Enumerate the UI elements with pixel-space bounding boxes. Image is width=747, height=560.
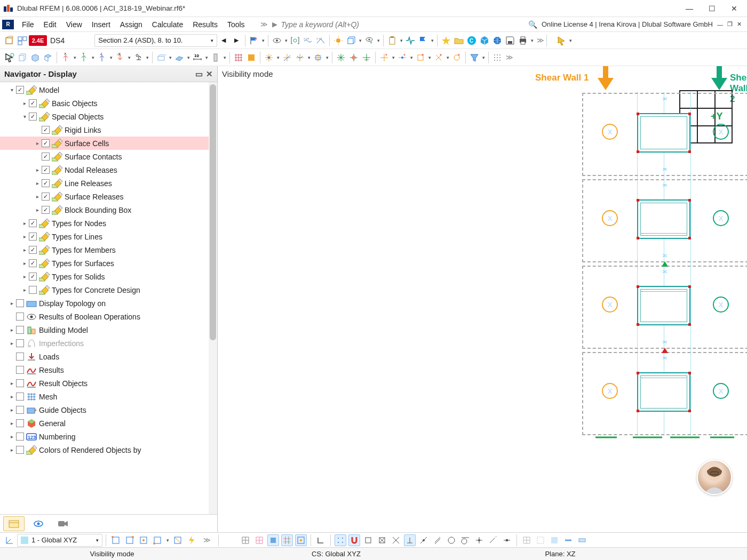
eye-dash-icon[interactable] xyxy=(271,35,283,46)
cs-combo[interactable]: 1 - Global XYZ ▾ xyxy=(17,534,102,547)
magnet-icon[interactable] xyxy=(348,534,360,546)
toolbar2-overflow-icon[interactable]: ≫ xyxy=(506,53,513,61)
star-x1-icon[interactable]: × xyxy=(378,52,390,63)
star-burst2-icon[interactable] xyxy=(281,52,293,63)
mdi-minimize-icon[interactable]: — xyxy=(717,21,723,28)
mesh-grid-icon[interactable] xyxy=(233,52,244,63)
toolbar1-overflow-icon[interactable]: ≫ xyxy=(537,36,544,44)
cs-axes-icon[interactable] xyxy=(4,534,15,546)
star-burst4-icon[interactable] xyxy=(312,52,324,63)
tree-node[interactable]: Results of Boolean Operations xyxy=(0,310,217,323)
eye-plus-icon[interactable]: + xyxy=(363,35,375,46)
tree-node[interactable]: ▸123Numbering xyxy=(0,430,217,443)
tree-checkbox[interactable] xyxy=(29,99,37,107)
snap-tan-icon[interactable] xyxy=(459,534,471,546)
mdi-restore-icon[interactable]: ❐ xyxy=(727,21,733,28)
navigator-close-icon[interactable]: ✕ xyxy=(206,69,213,79)
tree-node[interactable]: ▸Types for Nodes xyxy=(0,217,217,230)
grid-dots-icon[interactable] xyxy=(491,52,503,63)
snap-cube1-icon[interactable] xyxy=(110,534,122,546)
clipboard-icon[interactable] xyxy=(386,35,398,46)
snap-rect-icon[interactable] xyxy=(362,534,374,546)
section-combo[interactable]: Section 2.4 (ASD), 8. to 10. ▾ xyxy=(94,34,217,47)
tree-node[interactable]: ▸Result Objects xyxy=(0,377,217,390)
tree-node[interactable]: Results xyxy=(0,363,217,377)
tree-checkbox[interactable] xyxy=(16,406,24,414)
c-blue-circle-icon[interactable]: C xyxy=(466,35,478,46)
star-yellow-icon[interactable] xyxy=(440,35,452,46)
funnel-icon[interactable] xyxy=(468,52,480,63)
bolt-icon[interactable] xyxy=(186,534,197,546)
navigator-tab-video[interactable] xyxy=(52,516,74,531)
grid-c-icon[interactable] xyxy=(267,534,279,546)
snap-grid-icon[interactable] xyxy=(335,534,346,546)
box-blue-icon[interactable] xyxy=(479,35,490,46)
next-section-icon[interactable]: ▶ xyxy=(231,35,242,46)
tree-node[interactable]: ▸Types for Members xyxy=(0,243,217,257)
axis-z-icon[interactable]: Z xyxy=(96,52,108,63)
grid-d-icon[interactable] xyxy=(281,534,293,546)
tree-checkbox[interactable] xyxy=(29,273,37,281)
snap-cube4-icon[interactable] xyxy=(152,534,163,546)
surface-icon[interactable] xyxy=(173,52,185,63)
window-minimize-button[interactable]: — xyxy=(684,4,695,13)
lc-manager-icon[interactable] xyxy=(17,35,28,46)
tree-node[interactable]: ▸Block Bounding Box xyxy=(0,203,217,217)
tree-node[interactable]: ▸Colors of Rendered Objects by xyxy=(0,443,217,457)
tree-checkbox[interactable] xyxy=(42,166,50,174)
tree-checkbox[interactable] xyxy=(16,326,24,334)
snap-int-icon[interactable] xyxy=(473,534,485,546)
globe-icon[interactable] xyxy=(491,35,503,46)
tree-node[interactable]: ▸Basic Objects xyxy=(0,97,217,110)
window-maximize-button[interactable]: ☐ xyxy=(706,4,717,13)
grid-small4-icon[interactable] xyxy=(562,534,574,546)
tree-checkbox[interactable] xyxy=(42,193,50,201)
tree-checkbox[interactable] xyxy=(16,379,24,387)
navigator-tab-display[interactable] xyxy=(28,516,49,531)
grid-small2-icon[interactable] xyxy=(535,534,546,546)
star-green2-icon[interactable] xyxy=(348,52,360,63)
tree-checkbox[interactable] xyxy=(16,446,24,454)
grid-e-icon[interactable] xyxy=(295,534,307,546)
tree-scrollbar[interactable] xyxy=(209,82,217,514)
tree-node[interactable]: ▸Mesh xyxy=(0,390,217,403)
snap-cube2-icon[interactable] xyxy=(124,534,136,546)
menu-calculate[interactable]: Calculate xyxy=(147,19,188,30)
snap-ext-icon[interactable] xyxy=(487,534,499,546)
grid-a-icon[interactable] xyxy=(240,534,251,546)
snap-cube3-icon[interactable] xyxy=(138,534,149,546)
snap-rect-x-icon[interactable] xyxy=(376,534,388,546)
tree-checkbox[interactable] xyxy=(42,206,50,214)
views-cube-icon[interactable] xyxy=(345,35,357,46)
section-box-icon[interactable] xyxy=(155,52,167,63)
mdi-close-icon[interactable]: ✕ xyxy=(737,21,742,28)
snap-line-icon[interactable] xyxy=(418,534,430,546)
print-icon[interactable] xyxy=(517,35,529,46)
grid-small3-icon[interactable] xyxy=(549,534,560,546)
tree-checkbox[interactable] xyxy=(16,393,24,401)
prev-section-icon[interactable]: ◀ xyxy=(218,35,229,46)
deform-xx2-icon[interactable]: x.xx xyxy=(315,35,327,46)
star-burst3-icon[interactable] xyxy=(294,52,306,63)
bracket-gear-icon[interactable] xyxy=(289,35,301,46)
star-burst1-icon[interactable] xyxy=(263,52,275,63)
tree-checkbox[interactable] xyxy=(42,153,50,161)
snap-perp-icon[interactable] xyxy=(404,534,416,546)
tree-node[interactable]: Loads xyxy=(0,350,217,363)
star-green1-icon[interactable] xyxy=(335,52,347,63)
wire-cube-icon[interactable] xyxy=(17,52,28,63)
tree-node[interactable]: ▸Surface Releases xyxy=(0,190,217,203)
license-search-icon[interactable]: 🔍 xyxy=(528,20,537,29)
tree-node[interactable]: ▸Line Releases xyxy=(0,177,217,190)
tree-checkbox[interactable] xyxy=(29,113,37,121)
star-x2-icon[interactable]: × xyxy=(396,52,408,63)
grid-small1-icon[interactable] xyxy=(521,534,533,546)
menu-insert[interactable]: Insert xyxy=(87,19,115,30)
tree-node[interactable]: ▸Types for Lines xyxy=(0,230,217,243)
column-section-icon[interactable] xyxy=(210,52,221,63)
snap-par-icon[interactable] xyxy=(432,534,443,546)
tree-checkbox[interactable] xyxy=(16,433,24,441)
navigator-tab-project[interactable] xyxy=(3,516,25,531)
tree-node[interactable]: ▸Surface Cells xyxy=(0,137,217,150)
deform-xx-icon[interactable]: x.xx xyxy=(302,35,314,46)
